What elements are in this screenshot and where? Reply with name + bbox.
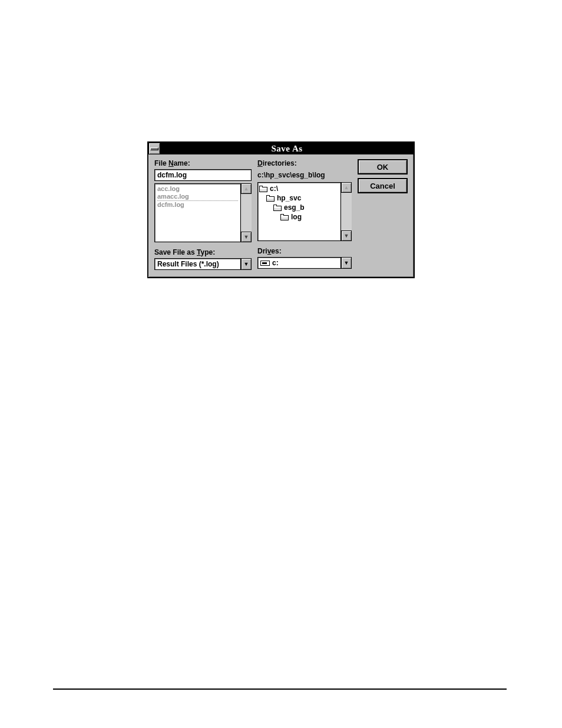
list-item[interactable]: acc.log [157, 185, 180, 192]
folder-open-icon [280, 214, 289, 220]
titlebar: Save As [148, 143, 414, 154]
system-menu-icon [150, 147, 158, 150]
tree-item[interactable]: hp_svc [259, 193, 339, 203]
drives-value: c: [272, 259, 279, 267]
save-as-dialog: Save As File Name: acc.log amacc.log dcf… [147, 141, 415, 278]
dropdown-icon[interactable]: ▼ [341, 257, 352, 269]
scroll-up-icon[interactable]: ▲ [341, 182, 352, 193]
scroll-down-icon[interactable]: ▼ [241, 232, 252, 242]
save-type-value: Result Files (*.log) [157, 260, 219, 268]
folder-open-icon [259, 186, 267, 192]
cancel-button[interactable]: Cancel [358, 178, 408, 193]
list-item[interactable]: dcfm.log [157, 201, 184, 208]
folder-open-icon [273, 205, 282, 211]
file-name-input[interactable] [154, 169, 252, 181]
tree-item[interactable]: log [259, 212, 339, 222]
drives-label: Drives: [257, 247, 352, 255]
save-type-label: Save File as Type: [154, 248, 252, 256]
directory-tree[interactable]: c:\ hp_svc esg_b log [257, 182, 341, 241]
file-list[interactable]: acc.log amacc.log dcfm.log [154, 183, 241, 242]
tree-item[interactable]: esg_b [259, 203, 339, 212]
page-divider [53, 689, 507, 690]
drive-icon [260, 261, 270, 266]
ok-button[interactable]: OK [358, 159, 408, 174]
drives-combo[interactable]: c: ▼ [257, 257, 352, 269]
file-name-label: File Name: [154, 159, 252, 167]
file-list-scrollbar[interactable]: ▲ ▼ [241, 183, 252, 242]
save-type-combo[interactable]: Result Files (*.log) ▼ [154, 258, 252, 270]
dialog-title: Save As [160, 144, 414, 154]
system-menu-button[interactable] [148, 143, 160, 154]
folder-open-icon [266, 195, 275, 202]
directories-label: Directories: [257, 159, 352, 167]
scroll-down-icon[interactable]: ▼ [341, 230, 352, 241]
directory-scrollbar[interactable]: ▲ ▼ [341, 182, 352, 241]
list-item[interactable]: amacc.log [157, 193, 238, 201]
scroll-up-icon[interactable]: ▲ [241, 183, 252, 194]
dropdown-icon[interactable]: ▼ [241, 258, 252, 270]
current-path: c:\hp_svc\esg_b\log [257, 169, 352, 181]
tree-item[interactable]: c:\ [259, 184, 339, 193]
